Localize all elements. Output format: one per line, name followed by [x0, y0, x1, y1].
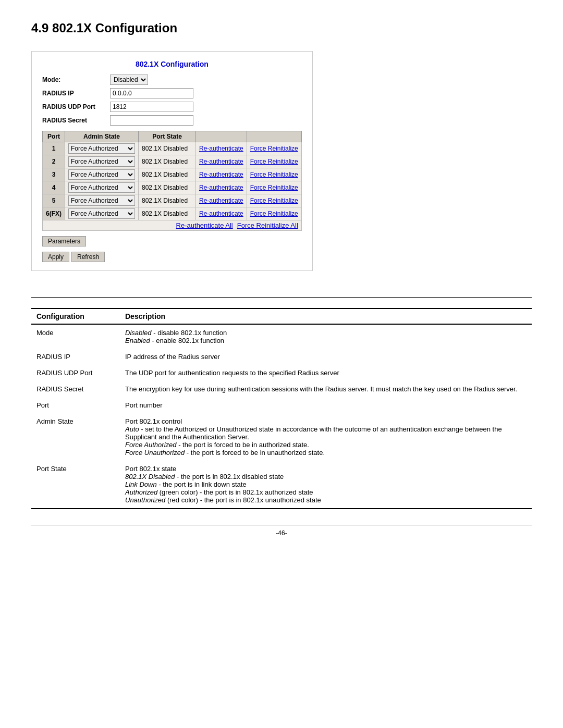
admin-state-select[interactable]: AutoForce AuthorizedForce Unauthorized — [68, 169, 135, 180]
config-box-title: 802.1X Configuration — [42, 60, 302, 68]
force-reinitialize-all-link[interactable]: Force Reinitialize All — [237, 221, 298, 229]
italic-text: Force Unauthorized — [125, 449, 185, 456]
port-number-cell: 4 — [43, 181, 65, 194]
table-row: 5AutoForce AuthorizedForce Unauthorized8… — [43, 194, 302, 207]
re-authenticate-link[interactable]: Re-authenticate — [199, 171, 243, 178]
desc-config-cell: RADIUS IP — [31, 349, 120, 365]
desc-table-row: Port StatePort 802.1x state802.1X Disabl… — [31, 461, 532, 509]
italic-text: Link Down — [125, 480, 157, 488]
radius-ip-row: RADIUS IP — [42, 88, 302, 98]
admin-state-cell: AutoForce AuthorizedForce Unauthorized — [65, 194, 139, 207]
port-state-cell: 802.1X Disabled — [139, 155, 196, 168]
admin-state-cell: AutoForce AuthorizedForce Unauthorized — [65, 181, 139, 194]
desc-description-cell: Port number — [120, 397, 532, 413]
re-authenticate-link[interactable]: Re-authenticate — [199, 145, 243, 152]
desc-config-cell: RADIUS Secret — [31, 381, 120, 397]
radius-udp-label: RADIUS UDP Port — [42, 103, 110, 110]
refresh-button[interactable]: Refresh — [71, 252, 105, 262]
radius-udp-row: RADIUS UDP Port — [42, 102, 302, 112]
normal-text: - set to the Authorized or Unauthorized … — [125, 425, 502, 441]
table-row: 1AutoForce AuthorizedForce Unauthorized8… — [43, 142, 302, 155]
desc-table-row: Admin StatePort 802.1x controlAuto - set… — [31, 413, 532, 461]
mode-select[interactable]: Disabled Enabled — [110, 75, 148, 85]
force-reinitialize-link[interactable]: Force Reinitialize — [250, 145, 298, 152]
desc-config-cell: Mode — [31, 324, 120, 349]
col-header-action1 — [196, 131, 247, 142]
normal-text: - the port is in link down state — [157, 480, 247, 488]
italic-text: Disabled — [125, 329, 152, 337]
normal-text: (green color) - the port is in 802.1x au… — [157, 488, 313, 496]
table-row: 6(FX)AutoForce AuthorizedForce Unauthori… — [43, 207, 302, 220]
port-state-cell: 802.1X Disabled — [139, 142, 196, 155]
re-authenticate-link-cell: Re-authenticate — [196, 207, 247, 220]
re-authenticate-link-cell: Re-authenticate — [196, 181, 247, 194]
radius-ip-input[interactable] — [110, 88, 193, 98]
radius-secret-label: RADIUS Secret — [42, 117, 110, 124]
col-header-admin-state: Admin State — [65, 131, 139, 142]
radius-udp-input[interactable] — [110, 102, 193, 112]
admin-state-select[interactable]: AutoForce AuthorizedForce Unauthorized — [68, 156, 135, 167]
re-authenticate-link[interactable]: Re-authenticate — [199, 210, 243, 217]
re-authenticate-link[interactable]: Re-authenticate — [199, 184, 243, 191]
desc-col2-header: Description — [120, 309, 532, 324]
col-header-port: Port — [43, 131, 65, 142]
desc-table-row: PortPort number — [31, 397, 532, 413]
re-authenticate-link-cell: Re-authenticate — [196, 155, 247, 168]
force-reinitialize-link[interactable]: Force Reinitialize — [250, 197, 298, 204]
desc-col1-header: Configuration — [31, 309, 120, 324]
force-reinitialize-link-cell: Force Reinitialize — [247, 207, 301, 220]
re-authenticate-link-cell: Re-authenticate — [196, 168, 247, 181]
desc-config-cell: RADIUS UDP Port — [31, 365, 120, 381]
re-authenticate-link[interactable]: Re-authenticate — [199, 197, 243, 204]
button-row: Parameters — [42, 236, 302, 246]
port-number-cell: 3 — [43, 168, 65, 181]
port-table: Port Admin State Port State 1AutoForce A… — [42, 131, 302, 220]
table-row: 3AutoForce AuthorizedForce Unauthorized8… — [43, 168, 302, 181]
desc-table-row: RADIUS UDP PortThe UDP port for authenti… — [31, 365, 532, 381]
normal-text: Port 802.1x control — [125, 417, 182, 425]
config-box: 802.1X Configuration Mode: Disabled Enab… — [31, 51, 313, 271]
admin-state-cell: AutoForce AuthorizedForce Unauthorized — [65, 155, 139, 168]
force-reinitialize-link[interactable]: Force Reinitialize — [250, 158, 298, 165]
force-reinitialize-link[interactable]: Force Reinitialize — [250, 171, 298, 178]
table-row: 4AutoForce AuthorizedForce Unauthorized8… — [43, 181, 302, 194]
desc-description-cell: Disabled - disable 802.1x functionEnable… — [120, 324, 532, 349]
re-authenticate-link-cell: Re-authenticate — [196, 194, 247, 207]
apply-refresh-row: Apply Refresh — [42, 252, 302, 262]
desc-description-cell: The UDP port for authentication requests… — [120, 365, 532, 381]
italic-text: Auto — [125, 425, 139, 433]
radius-secret-row: RADIUS Secret — [42, 115, 302, 126]
force-reinitialize-link[interactable]: Force Reinitialize — [250, 184, 298, 191]
admin-state-select[interactable]: AutoForce AuthorizedForce Unauthorized — [68, 208, 135, 219]
section-divider — [31, 297, 532, 298]
normal-text: - enable 802.1x function — [150, 337, 224, 344]
admin-state-cell: AutoForce AuthorizedForce Unauthorized — [65, 168, 139, 181]
mode-label: Mode: — [42, 76, 110, 83]
normal-text: - the port is forced to be in unauthoriz… — [185, 449, 325, 456]
re-authenticate-link[interactable]: Re-authenticate — [199, 158, 243, 165]
desc-table-row: ModeDisabled - disable 802.1x functionEn… — [31, 324, 532, 349]
desc-table-row: RADIUS IPIP address of the Radius server — [31, 349, 532, 365]
re-authenticate-all-link[interactable]: Re-authenticate All — [176, 221, 233, 229]
admin-state-select[interactable]: AutoForce AuthorizedForce Unauthorized — [68, 195, 135, 206]
parameters-button[interactable]: Parameters — [42, 236, 86, 246]
force-reinitialize-link-cell: Force Reinitialize — [247, 194, 301, 207]
force-reinitialize-link[interactable]: Force Reinitialize — [250, 210, 298, 217]
admin-state-select[interactable]: AutoForce AuthorizedForce Unauthorized — [68, 143, 135, 154]
page-title: 4.9 802.1X Configuration — [31, 21, 532, 35]
admin-state-select[interactable]: AutoForce AuthorizedForce Unauthorized — [68, 182, 135, 193]
page-number: -46- — [276, 529, 287, 537]
port-state-cell: 802.1X Disabled — [139, 168, 196, 181]
radius-ip-label: RADIUS IP — [42, 90, 110, 97]
description-table: Configuration Description ModeDisabled -… — [31, 308, 532, 509]
port-state-cell: 802.1X Disabled — [139, 194, 196, 207]
radius-secret-input[interactable] — [110, 115, 193, 126]
mode-row: Mode: Disabled Enabled — [42, 75, 302, 85]
italic-text: Enabled — [125, 337, 150, 344]
normal-text: Port 802.1x state — [125, 465, 176, 473]
apply-button[interactable]: Apply — [42, 252, 69, 262]
footer: -46- — [31, 525, 532, 537]
normal-text: - the port is in 802.1x disabled state — [175, 473, 284, 480]
force-reinitialize-link-cell: Force Reinitialize — [247, 142, 301, 155]
desc-description-cell: IP address of the Radius server — [120, 349, 532, 365]
